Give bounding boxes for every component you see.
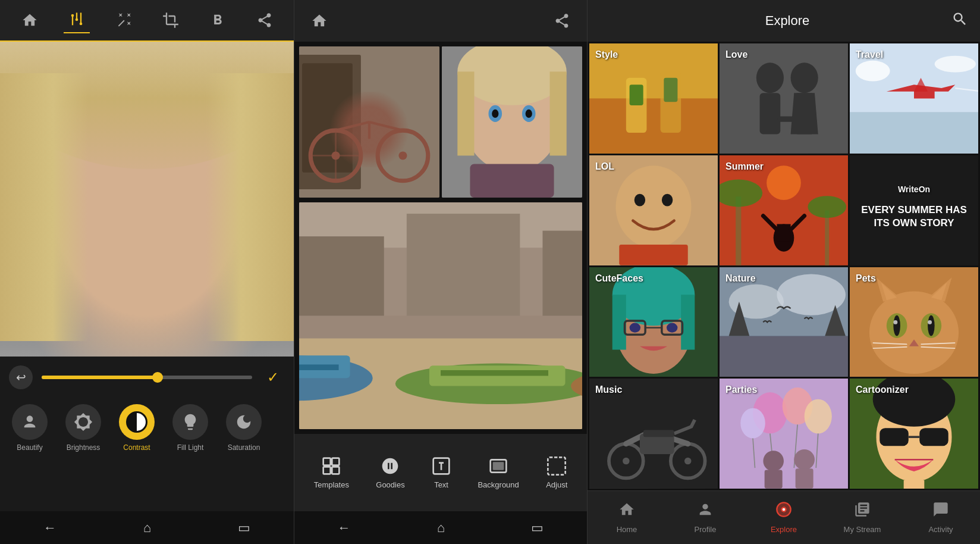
- tool-brightness[interactable]: Brightness: [62, 404, 104, 452]
- svg-point-103: [869, 291, 959, 374]
- adjust-icon[interactable]: [64, 7, 90, 33]
- collage-top-row: [299, 46, 582, 198]
- svg-point-135: [763, 451, 784, 471]
- grid-item-nature[interactable]: Nature: [720, 267, 848, 377]
- svg-rect-45: [323, 458, 331, 465]
- text-bold-icon[interactable]: [205, 7, 231, 33]
- tool-templates[interactable]: Templates: [314, 457, 349, 489]
- svg-point-81: [808, 196, 846, 218]
- grid-item-pets[interactable]: Pets: [850, 267, 978, 377]
- contrast-label: Contrast: [123, 443, 150, 452]
- svg-point-137: [794, 449, 815, 470]
- svg-rect-23: [550, 71, 567, 155]
- svg-rect-47: [323, 467, 331, 474]
- grid-item-style[interactable]: Style: [589, 43, 718, 154]
- home-icon[interactable]: [17, 7, 43, 33]
- grid-item-writeon[interactable]: WriteOn EVERY SUMMER HAS ITS OWN STORY: [850, 155, 978, 265]
- nav-mystream[interactable]: My Stream: [838, 501, 886, 534]
- nav-home[interactable]: Home: [603, 501, 651, 534]
- collage-toolbar: [294, 0, 587, 42]
- svg-point-12: [332, 151, 340, 160]
- tool-goodies[interactable]: Goodies: [376, 457, 404, 489]
- svg-point-123: [684, 458, 692, 465]
- svg-point-6: [27, 415, 33, 422]
- grid-item-love[interactable]: Love: [720, 43, 848, 154]
- tool-contrast[interactable]: Contrast: [116, 404, 158, 452]
- grid-item-summer[interactable]: Summer: [720, 155, 848, 265]
- collage-cell-bicycle[interactable]: [299, 46, 439, 198]
- share-icon[interactable]: [252, 7, 278, 33]
- grid-item-lol[interactable]: LOL: [589, 155, 718, 265]
- home-system-icon-2[interactable]: ⌂: [437, 520, 445, 536]
- collage-cell-portrait[interactable]: [442, 46, 582, 198]
- back-system-icon-2[interactable]: ←: [338, 520, 351, 536]
- home-nav-icon: [618, 501, 635, 522]
- svg-rect-35: [542, 231, 582, 316]
- system-nav-2: ← ⌂ ▭: [294, 511, 587, 544]
- tool-background[interactable]: Background: [478, 457, 519, 489]
- recents-system-icon-2[interactable]: ▭: [531, 520, 544, 536]
- grid-item-cartoonizer[interactable]: Cartoonizer: [850, 379, 978, 489]
- search-icon[interactable]: [951, 11, 968, 32]
- explore-nav-label: Explore: [771, 525, 797, 534]
- tool-text[interactable]: Text: [432, 457, 451, 489]
- svg-rect-58: [664, 78, 677, 102]
- tool-fill-light[interactable]: Fill Light: [169, 404, 211, 452]
- contrast-icon: [119, 404, 155, 440]
- svg-point-133: [805, 399, 832, 434]
- svg-point-62: [791, 62, 818, 93]
- style-label: Style: [595, 49, 618, 60]
- svg-rect-39: [299, 364, 339, 370]
- svg-rect-101: [720, 336, 848, 377]
- svg-rect-146: [904, 480, 925, 489]
- confirm-button[interactable]: ✓: [261, 365, 285, 389]
- tool-beautify[interactable]: Beautify: [9, 404, 51, 452]
- collage-home-icon[interactable]: [306, 8, 332, 34]
- collage-canvas[interactable]: [294, 42, 587, 434]
- back-system-icon[interactable]: ←: [43, 520, 56, 536]
- explore-header: Explore: [588, 0, 980, 42]
- magic-icon[interactable]: [111, 7, 137, 33]
- svg-marker-65: [791, 93, 818, 134]
- home-system-icon[interactable]: ⌂: [143, 520, 151, 536]
- grid-item-parties[interactable]: Parties: [720, 379, 848, 489]
- collage-cell-boats[interactable]: [299, 202, 582, 429]
- svg-point-69: [935, 56, 976, 73]
- svg-point-73: [615, 165, 691, 248]
- beautify-label: Beautify: [17, 443, 42, 452]
- grid-item-cutefaces[interactable]: CuteFaces: [589, 267, 718, 377]
- profile-nav-label: Profile: [695, 525, 717, 534]
- cartoonizer-label: Cartoonizer: [856, 384, 909, 395]
- tool-adjust[interactable]: Adjust: [546, 457, 567, 489]
- templates-label: Templates: [314, 480, 349, 489]
- grid-item-travel[interactable]: Travel: [850, 43, 978, 154]
- svg-point-74: [635, 193, 645, 206]
- nav-explore[interactable]: Explore: [760, 501, 808, 534]
- crop-icon[interactable]: [158, 7, 184, 33]
- svg-point-110: [893, 315, 900, 336]
- pets-label: Pets: [856, 273, 876, 284]
- goodies-label: Goodies: [376, 480, 404, 489]
- parties-label: Parties: [725, 384, 757, 395]
- text-label: Text: [434, 480, 448, 489]
- svg-point-82: [767, 165, 801, 200]
- tools-row: Beautify Brightness Contrast: [0, 398, 294, 458]
- svg-rect-34: [407, 214, 520, 315]
- nav-profile[interactable]: Profile: [681, 501, 729, 534]
- explore-grid: Style Love: [588, 42, 980, 490]
- recents-system-icon[interactable]: ▭: [238, 520, 250, 536]
- photo-canvas: [0, 42, 294, 357]
- explore-nav-icon: [775, 501, 792, 522]
- undo-button[interactable]: ↩: [9, 365, 33, 389]
- svg-point-26: [492, 110, 498, 118]
- lol-label: LOL: [595, 161, 614, 172]
- svg-rect-80: [825, 210, 829, 265]
- svg-rect-76: [619, 245, 687, 265]
- grid-item-music[interactable]: Music: [589, 379, 718, 489]
- adjust-label: Adjust: [546, 480, 567, 489]
- tool-saturation[interactable]: Saturation: [223, 404, 265, 452]
- nav-activity[interactable]: Activity: [917, 501, 965, 534]
- system-nav-1: ← ⌂ ▭: [0, 511, 294, 544]
- collage-share-icon[interactable]: [549, 8, 575, 34]
- contrast-slider[interactable]: [42, 376, 252, 379]
